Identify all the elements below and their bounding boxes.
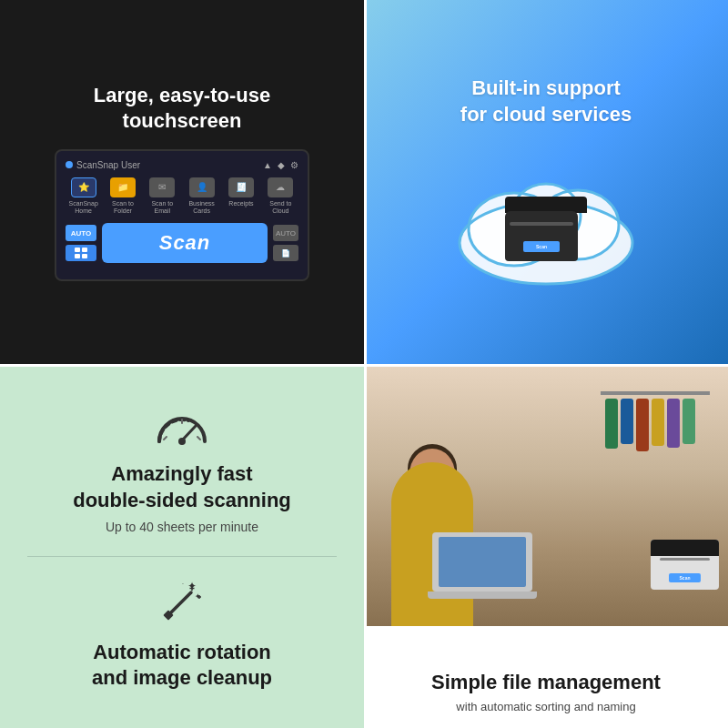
ctrl-btn-2[interactable]: 📄 [273, 245, 298, 261]
screen-user-label: ScanSnap User [76, 160, 140, 170]
receipt-icon: 🧾 [228, 177, 254, 197]
nav-receipts[interactable]: 🧾 Receipts [223, 177, 258, 214]
scanner-body: Scan [505, 211, 578, 261]
nav-send[interactable]: ☁ Send toCloud [263, 177, 298, 214]
auto-controls-right: AUTO 📄 [273, 225, 298, 261]
auto-badge-2 [66, 245, 96, 261]
svg-line-17 [168, 592, 191, 615]
scanner-slot [510, 222, 573, 226]
nav-cards[interactable]: 👤 BusinessCards [184, 177, 219, 214]
svg-rect-3 [82, 254, 87, 258]
settings-icon: ⚙ [290, 160, 298, 170]
grid-icon [74, 247, 88, 259]
auto-badge-1: AUTO [66, 225, 96, 241]
file-management-subtitle: with automatic sorting and naming [379, 700, 713, 713]
svg-rect-1 [82, 248, 87, 252]
nav-cards-label: BusinessCards [188, 200, 214, 214]
user-dot [66, 161, 73, 168]
laptop [428, 526, 537, 599]
signal-icon: ◆ [278, 160, 285, 170]
screen-user-info: ScanSnap User [66, 160, 140, 170]
scanner-screen-mini: Scan [523, 241, 560, 252]
touchscreen-title: Large, easy-to-use touchscreen [94, 83, 270, 135]
screen-status-icons: ▲ ◆ ⚙ [263, 160, 298, 170]
desk-scanner: Scan [651, 540, 719, 603]
auto-controls-left: AUTO [66, 225, 96, 261]
rotation-section: ✦ ✦ · Automatic rotation and image clean… [92, 579, 272, 692]
photo-scene: Scan [364, 364, 728, 626]
cloud-title: Built-in support for cloud services [460, 76, 632, 127]
fast-scanning-section: Amazingly fast double-sided scanning Up … [27, 400, 337, 556]
nav-send-label: Send toCloud [269, 200, 291, 214]
email-icon: ✉ [149, 177, 175, 197]
svg-point-13 [178, 438, 186, 445]
mini-scanner: Scan [505, 197, 587, 261]
speedometer-icon [150, 400, 214, 450]
file-management-cell: Scan Simple file management with automat… [364, 364, 728, 728]
clothes-bar [601, 391, 710, 395]
fast-scanning-title: Amazingly fast double-sided scanning [73, 461, 291, 513]
nav-folder[interactable]: 📁 Scan toFolder [105, 177, 140, 214]
fast-scanning-subtitle: Up to 40 sheets per minute [106, 520, 258, 534]
wifi-icon: ▲ [263, 160, 272, 170]
clothes-rack [601, 373, 710, 537]
page-wrapper: Large, easy-to-use touchscreen ScanSnap … [0, 0, 728, 728]
nav-email[interactable]: ✉ Scan toEmail [145, 177, 180, 214]
mini-scan-label: Scan [536, 244, 547, 249]
svg-rect-2 [75, 254, 80, 258]
folder-icon: 📁 [110, 177, 136, 197]
nav-folder-label: Scan toFolder [112, 200, 134, 214]
touchscreen-cell: Large, easy-to-use touchscreen ScanSnap … [0, 0, 364, 364]
features-cell: Amazingly fast double-sided scanning Up … [0, 364, 364, 728]
ctrl-btn-1[interactable]: AUTO [273, 225, 298, 241]
cloud-container: Scan [446, 143, 646, 288]
nav-receipts-label: Receipts [228, 200, 253, 207]
screen-header: ScanSnap User ▲ ◆ ⚙ [66, 160, 298, 170]
svg-rect-0 [75, 248, 80, 252]
home-icon: ⭐ [71, 177, 96, 197]
svg-line-14 [164, 437, 167, 440]
screen-nav: ⭐ ScanSnapHome 📁 Scan toFolder ✉ Scan to… [66, 177, 298, 214]
nav-home[interactable]: ⭐ ScanSnapHome [66, 177, 101, 214]
file-management-text-panel: Simple file management with automatic so… [364, 655, 728, 728]
vertical-divider [364, 0, 367, 728]
card-icon: 👤 [189, 177, 215, 197]
wand-icon: ✦ ✦ · [155, 579, 209, 629]
svg-text:·: · [182, 581, 184, 587]
svg-line-12 [182, 426, 196, 440]
scan-button[interactable]: Scan [102, 223, 268, 263]
file-management-title: Simple file management [379, 670, 713, 696]
scan-controls: AUTO Scan AUTO 📄 [66, 223, 298, 263]
nav-email-label: Scan toEmail [151, 200, 173, 214]
send-icon: ☁ [268, 177, 293, 197]
scanner-screen-mockup: ScanSnap User ▲ ◆ ⚙ ⭐ ScanSnapHome [55, 149, 309, 281]
nav-home-label: ScanSnapHome [69, 200, 98, 214]
cloud-services-cell: Built-in support for cloud services [364, 0, 728, 364]
rotation-title: Automatic rotation and image cleanup [92, 640, 272, 692]
svg-line-15 [197, 437, 200, 440]
